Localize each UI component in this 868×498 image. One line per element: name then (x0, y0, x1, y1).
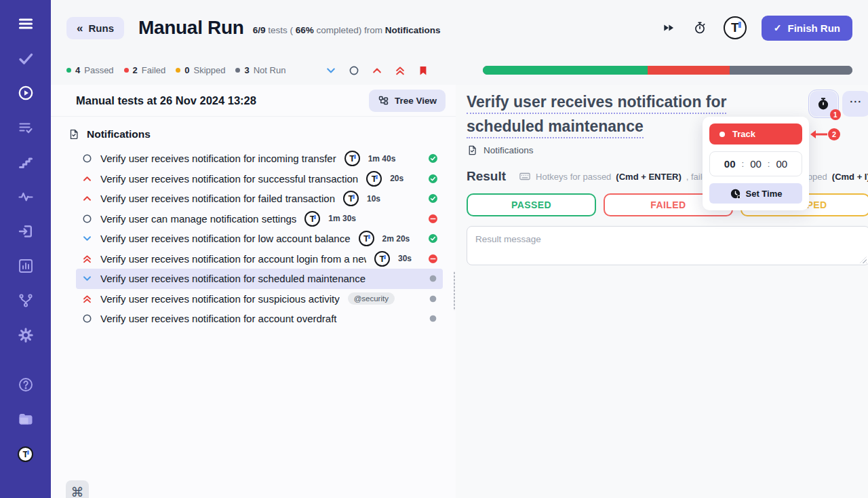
time-tracking-popup: Track 00 : 00 : 00 Set Time (703, 117, 809, 210)
priority-low-icon (81, 233, 92, 244)
folder-icon[interactable] (16, 409, 36, 429)
double-chevron-left-icon: « (77, 22, 83, 34)
test-row[interactable]: Verify user receives notification for sc… (76, 269, 443, 289)
play-circle-icon[interactable] (16, 83, 36, 103)
status-passed-icon (428, 233, 439, 244)
test-row[interactable]: Verify user receives notification for su… (76, 289, 443, 309)
tree-view-button[interactable]: Tree View (369, 90, 446, 112)
test-row[interactable]: Verify user receives notification for fa… (76, 189, 443, 209)
t-logo-icon: T (359, 231, 374, 246)
status-count-passed: 4Passed (66, 65, 114, 75)
test-rows: Verify user receives notification for in… (51, 147, 456, 498)
branch-icon[interactable] (16, 290, 36, 311)
test-row[interactable]: Verify user receives notification for lo… (76, 229, 443, 249)
test-row[interactable]: Verify user receives notification for ac… (76, 309, 443, 329)
top-header: « Runs Manual Run 6/9 tests ( 66% comple… (51, 0, 868, 56)
steps-icon[interactable] (16, 152, 36, 172)
track-button[interactable]: Track (709, 123, 802, 145)
t-logo-icon: T (724, 16, 747, 39)
avatar[interactable]: T (724, 16, 747, 39)
finish-run-button[interactable]: ✓ Finish Run (762, 16, 852, 41)
priority-normal-icon (81, 214, 92, 224)
hotkeys-command-button[interactable]: ⌘ (66, 480, 89, 498)
test-row[interactable]: Verify user receives notification for ac… (76, 249, 443, 269)
priority-filters (325, 64, 429, 76)
test-list-panel: Manual tests at 26 Nov 2024 13:28 Tree V… (51, 85, 456, 498)
test-row[interactable]: Verify user receives notification for in… (76, 149, 443, 169)
minutes-value[interactable]: 00 (750, 158, 762, 170)
priority-highest-icon (81, 294, 92, 304)
timer-button[interactable]: 1 (810, 91, 837, 117)
hours-value[interactable]: 00 (724, 158, 736, 170)
time-input[interactable]: 00 : 00 : 00 (709, 151, 802, 176)
test-row-title: Verify user can manage notification sett… (100, 213, 296, 225)
result-label: Result (467, 169, 506, 184)
list-check-icon[interactable] (16, 117, 36, 138)
chevron-up-icon[interactable] (371, 64, 382, 76)
set-time-button[interactable]: Set Time (709, 183, 802, 204)
run-progress-bar (483, 66, 852, 75)
keyboard-icon (519, 170, 531, 183)
suite-folder-label: Notifications (87, 128, 151, 140)
status-passed-icon (428, 193, 439, 204)
result-passed-button[interactable]: PASSED (467, 193, 596, 216)
chevrons-up-icon[interactable] (394, 64, 406, 76)
status-dot-icon (176, 68, 180, 73)
file-check-icon (467, 145, 478, 156)
bookmark-icon[interactable] (417, 64, 429, 76)
annotation-arrow-2: 2 (809, 128, 840, 140)
breadcrumb-label: Notifications (484, 145, 534, 155)
bar-chart-icon[interactable] (16, 256, 36, 276)
back-to-runs-label: Runs (88, 22, 114, 34)
stopwatch-icon (816, 97, 830, 111)
chevron-down-icon[interactable] (325, 64, 336, 76)
track-label: Track (732, 129, 755, 139)
file-check-icon (68, 128, 80, 140)
annotation-badge-2: 2 (828, 128, 840, 140)
fast-forward-icon[interactable] (661, 20, 676, 35)
gear-icon[interactable] (16, 325, 36, 345)
result-message-input[interactable] (467, 226, 868, 265)
result-message-wrap (467, 226, 868, 268)
page-title: Manual Run (138, 17, 244, 39)
test-duration: 2m 20s (382, 234, 410, 244)
timer-history-icon[interactable] (692, 20, 707, 35)
status-dot-icon (66, 68, 71, 73)
help-icon[interactable] (16, 375, 36, 395)
progress-segment (730, 66, 852, 75)
menu-icon[interactable] (16, 14, 36, 34)
test-duration: 20s (390, 174, 403, 183)
status-bar: 4Passed2Failed0Skipped3Not Run (51, 56, 868, 85)
check-icon[interactable] (16, 48, 36, 69)
status-counts: 4Passed2Failed0Skipped3Not Run (66, 65, 285, 75)
test-row-title: Verify user receives notification for ac… (100, 313, 337, 324)
hotkeys-hint: Hotkeys for passed (Cmd + ENTER) , faile… (519, 170, 868, 183)
circle-outline-icon[interactable] (348, 64, 359, 76)
status-dot-icon (235, 68, 240, 73)
priority-high-icon (81, 174, 92, 184)
test-row[interactable]: Verify user receives notification for su… (76, 169, 443, 189)
suite-folder-notifications[interactable]: Notifications (51, 117, 456, 147)
test-duration: 30s (398, 254, 412, 263)
main-area: « Runs Manual Run 6/9 tests ( 66% comple… (51, 0, 868, 498)
sign-in-icon[interactable] (16, 221, 36, 242)
activity-icon[interactable] (16, 187, 36, 207)
t-logo-icon[interactable]: T (16, 444, 36, 464)
set-time-label: Set Time (746, 189, 783, 199)
status-passed-icon (428, 153, 439, 164)
status-failed-icon (428, 254, 439, 264)
test-row[interactable]: Verify user can manage notification sett… (76, 209, 443, 229)
t-logo-icon: T (343, 191, 359, 206)
test-duration: 1m 40s (368, 154, 396, 164)
back-to-runs-button[interactable]: « Runs (66, 17, 124, 39)
progress-segment (483, 66, 647, 75)
record-dot-icon (719, 132, 725, 137)
status-failed-icon (428, 214, 439, 224)
t-logo-icon: T (344, 151, 360, 166)
run-progress-summary: 6/9 tests ( 66% completed) from Notifica… (253, 25, 441, 35)
seconds-value[interactable]: 00 (776, 158, 787, 170)
t-logo-icon: T (366, 171, 382, 187)
content-split: Manual tests at 26 Nov 2024 13:28 Tree V… (51, 85, 868, 498)
more-options-button[interactable]: ··· (842, 91, 868, 117)
detail-actions: 1 ··· (810, 91, 868, 117)
